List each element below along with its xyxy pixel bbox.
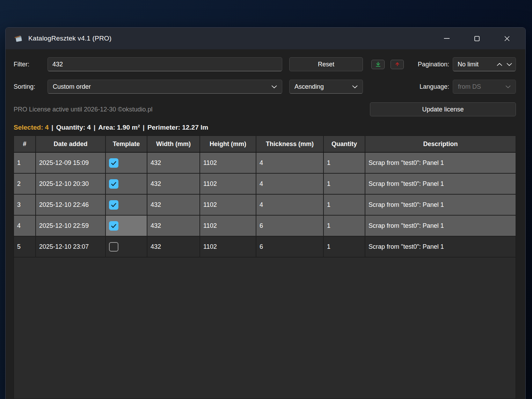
filter-label: Filter: <box>14 61 48 68</box>
cell-number[interactable]: 1 <box>14 153 36 173</box>
chevron-down-icon <box>271 85 277 88</box>
cell-description[interactable]: Scrap from "test0": Panel 1 <box>365 195 516 215</box>
separator: | <box>51 124 53 131</box>
separator: | <box>94 124 95 131</box>
cell-description[interactable]: Scrap from "test0": Panel 1 <box>365 174 516 194</box>
export-button[interactable] <box>391 60 404 69</box>
title-bar: KatalogResztek v4.1 (PRO) <box>6 28 525 49</box>
cell-quantity[interactable]: 1 <box>324 174 365 194</box>
cell-height[interactable]: 1102 <box>200 153 256 173</box>
cell-quantity[interactable]: 1 <box>324 216 365 236</box>
template-checkbox[interactable] <box>109 179 118 189</box>
pagination-spinner[interactable]: No limit <box>453 57 516 71</box>
chevron-up-icon[interactable] <box>497 63 502 66</box>
sorting-value: Custom order <box>53 83 91 90</box>
cell-template[interactable] <box>106 174 147 194</box>
import-arrow-icon <box>375 61 381 67</box>
cell-number[interactable]: 5 <box>14 237 36 257</box>
quantity-total: Quantity: 4 <box>56 124 91 131</box>
pagination-value: No limit <box>458 61 479 68</box>
cell-width[interactable]: 432 <box>147 237 200 257</box>
close-button[interactable] <box>492 28 522 49</box>
app-logo-icon <box>14 34 23 43</box>
filter-input[interactable] <box>48 57 282 71</box>
reset-button[interactable]: Reset <box>289 57 363 71</box>
cell-template[interactable] <box>106 216 147 236</box>
scraps-table: # Date added Template Width (mm) Height … <box>14 136 516 399</box>
sorting-dropdown[interactable]: Custom order <box>48 80 282 94</box>
cell-template[interactable] <box>106 237 147 257</box>
cell-thickness[interactable]: 4 <box>256 174 324 194</box>
cell-thickness[interactable]: 4 <box>256 195 324 215</box>
maximize-button[interactable] <box>462 28 492 49</box>
cell-description[interactable]: Scrap from "test0": Panel 1 <box>365 237 516 257</box>
header-template: Template <box>106 136 147 152</box>
cell-template[interactable] <box>106 153 147 173</box>
header-quantity: Quantity <box>324 136 365 152</box>
cell-height[interactable]: 1102 <box>200 237 256 257</box>
selection-status-line: Selected: 4|Quantity: 4|Area: 1.90 m²|Pe… <box>14 124 516 131</box>
import-button[interactable] <box>371 60 385 69</box>
sort-direction-dropdown[interactable]: Ascending <box>289 80 363 94</box>
window-title: KatalogResztek v4.1 (PRO) <box>28 35 111 42</box>
cell-date[interactable]: 2025-12-10 20:30 <box>36 174 106 194</box>
language-label: Language: <box>420 83 449 90</box>
language-value: from DS <box>458 83 481 90</box>
cell-width[interactable]: 432 <box>147 216 200 236</box>
sort-direction-value: Ascending <box>294 83 324 90</box>
minimize-button[interactable] <box>432 28 462 49</box>
pagination-label: Pagination: <box>418 61 449 68</box>
header-number: # <box>14 136 36 152</box>
cell-height[interactable]: 1102 <box>200 195 256 215</box>
table-row[interactable]: 4 2025-12-10 22:59 432 1102 6 1 Scrap fr… <box>14 216 516 237</box>
cell-date[interactable]: 2025-12-10 22:59 <box>36 216 106 236</box>
template-checkbox[interactable] <box>109 242 118 252</box>
cell-height[interactable]: 1102 <box>200 174 256 194</box>
export-arrow-icon <box>394 61 400 67</box>
table-row[interactable]: 1 2025-12-09 15:09 432 1102 4 1 Scrap fr… <box>14 153 516 174</box>
cell-number[interactable]: 4 <box>14 216 36 236</box>
cell-quantity[interactable]: 1 <box>324 195 365 215</box>
chevron-down-icon <box>352 85 358 88</box>
chevron-down-icon <box>505 85 511 88</box>
cell-thickness[interactable]: 6 <box>256 216 324 236</box>
cell-quantity[interactable]: 1 <box>324 153 365 173</box>
table-row[interactable]: 3 2025-12-10 22:46 432 1102 4 1 Scrap fr… <box>14 195 516 216</box>
license-status-text: PRO License active until 2026-12-30 ©oks… <box>14 106 153 113</box>
table-row[interactable]: 2 2025-12-10 20:30 432 1102 4 1 Scrap fr… <box>14 174 516 195</box>
separator: | <box>143 124 145 131</box>
cell-width[interactable]: 432 <box>147 153 200 173</box>
template-checkbox[interactable] <box>109 221 118 231</box>
sorting-label: Sorting: <box>14 83 48 90</box>
table-row[interactable]: 5 2025-12-10 23:07 432 1102 6 1 Scrap fr… <box>14 237 516 257</box>
cell-quantity[interactable]: 1 <box>324 237 365 257</box>
table-header-row: # Date added Template Width (mm) Height … <box>14 136 516 153</box>
cell-description[interactable]: Scrap from "test0": Panel 1 <box>365 216 516 236</box>
cell-width[interactable]: 432 <box>147 195 200 215</box>
header-height: Height (mm) <box>200 136 256 152</box>
cell-description[interactable]: Scrap from "test0": Panel 1 <box>365 153 516 173</box>
cell-number[interactable]: 3 <box>14 195 36 215</box>
cell-date[interactable]: 2025-12-09 15:09 <box>36 153 106 173</box>
window-controls <box>432 28 522 49</box>
cell-template[interactable] <box>106 195 147 215</box>
cell-height[interactable]: 1102 <box>200 216 256 236</box>
cell-number[interactable]: 2 <box>14 174 36 194</box>
header-description: Description <box>365 136 516 152</box>
cell-thickness[interactable]: 4 <box>256 153 324 173</box>
header-date-added: Date added <box>36 136 106 152</box>
header-width: Width (mm) <box>147 136 200 152</box>
language-dropdown[interactable]: from DS <box>453 80 516 94</box>
template-checkbox[interactable] <box>109 158 118 168</box>
cell-width[interactable]: 432 <box>147 174 200 194</box>
perimeter-total: Perimeter: 12.27 lm <box>147 124 208 131</box>
cell-thickness[interactable]: 6 <box>256 237 324 257</box>
template-checkbox[interactable] <box>109 200 118 210</box>
app-window: KatalogResztek v4.1 (PRO) Filter: Reset <box>5 27 526 399</box>
cell-date[interactable]: 2025-12-10 22:46 <box>36 195 106 215</box>
area-total: Area: 1.90 m² <box>98 124 140 131</box>
chevron-down-icon[interactable] <box>507 63 512 66</box>
cell-date[interactable]: 2025-12-10 23:07 <box>36 237 106 257</box>
header-thickness: Thickness (mm) <box>256 136 324 152</box>
update-license-button[interactable]: Update license <box>370 102 516 116</box>
